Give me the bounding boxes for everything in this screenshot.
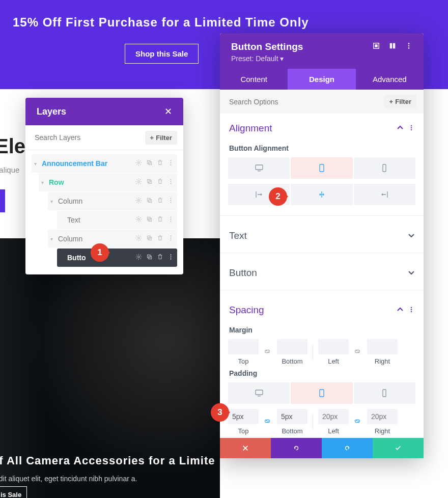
section-more-icon[interactable]: [408, 306, 414, 315]
layer-label: Announcement Bar: [39, 159, 135, 168]
tablet-device-button[interactable]: [291, 157, 352, 179]
tab-content[interactable]: Content: [220, 69, 288, 90]
margin-top-input[interactable]: [228, 339, 259, 354]
link-icon[interactable]: [264, 348, 272, 357]
duplicate-icon[interactable]: [146, 235, 153, 243]
svg-point-43: [411, 125, 412, 126]
padding-left-input[interactable]: [318, 409, 349, 424]
gear-icon[interactable]: [135, 254, 142, 262]
svg-point-51: [411, 309, 412, 310]
save-button[interactable]: [373, 438, 424, 458]
text-section-title[interactable]: Text: [229, 230, 247, 241]
columns-icon[interactable]: [389, 42, 396, 51]
duplicate-icon[interactable]: [146, 159, 153, 168]
margin-right-input[interactable]: [367, 339, 398, 354]
link-icon[interactable]: [354, 348, 362, 357]
settings-filter-button[interactable]: +Filter: [384, 95, 416, 108]
layer-item[interactable]: Butto: [57, 248, 177, 267]
close-icon[interactable]: ✕: [164, 106, 172, 117]
trash-icon[interactable]: [157, 159, 163, 168]
layer-item[interactable]: ▾Column: [48, 230, 177, 248]
layers-filter-button[interactable]: +Filter: [145, 131, 177, 145]
expand-icon[interactable]: [408, 268, 414, 278]
expand-icon[interactable]: [373, 42, 380, 51]
more-icon[interactable]: [167, 216, 174, 224]
trash-icon[interactable]: [157, 178, 163, 186]
padding-desktop-button[interactable]: [228, 382, 290, 404]
duplicate-icon[interactable]: [146, 178, 153, 186]
padding-phone-button[interactable]: [354, 382, 415, 404]
collapse-icon[interactable]: [397, 306, 403, 315]
svg-rect-54: [258, 396, 261, 396]
toggle-icon[interactable]: ▾: [48, 199, 55, 204]
layer-label: Text: [64, 216, 135, 224]
margin-left-input[interactable]: [318, 339, 349, 354]
align-right-button[interactable]: [354, 184, 415, 205]
more-icon[interactable]: [167, 178, 174, 186]
svg-point-21: [170, 216, 171, 217]
layers-search-input[interactable]: [32, 130, 142, 145]
svg-point-9: [170, 179, 171, 180]
layer-item[interactable]: ▾Announcement Bar: [32, 154, 177, 173]
svg-point-27: [170, 235, 171, 236]
align-center-button[interactable]: [291, 184, 352, 205]
more-icon[interactable]: [167, 254, 174, 262]
padding-bottom-input[interactable]: [277, 409, 307, 424]
trash-icon[interactable]: [157, 216, 163, 224]
padding-tablet-button[interactable]: [291, 382, 352, 404]
svg-point-23: [170, 221, 171, 222]
svg-rect-55: [320, 390, 324, 397]
trash-icon[interactable]: [157, 235, 163, 243]
duplicate-icon[interactable]: [146, 197, 153, 205]
margin-bottom-input[interactable]: [277, 339, 307, 354]
link-icon[interactable]: [264, 418, 272, 427]
spacing-section-title[interactable]: Spacing: [229, 305, 264, 316]
toggle-icon[interactable]: ▾: [32, 161, 39, 167]
more-icon[interactable]: [167, 235, 174, 243]
camera-sale-button[interactable]: is Sale: [0, 486, 27, 498]
phone-device-button[interactable]: [354, 157, 415, 179]
duplicate-icon[interactable]: [146, 216, 153, 224]
preset-selector[interactable]: Preset: Default ▾: [231, 54, 412, 63]
svg-rect-56: [383, 390, 386, 397]
settings-title: Button Settings: [231, 41, 303, 52]
gear-icon[interactable]: [135, 235, 142, 243]
gear-icon[interactable]: [135, 178, 142, 186]
alignment-section-title[interactable]: Alignment: [229, 123, 272, 134]
more-icon[interactable]: [167, 159, 174, 168]
banner-shop-button[interactable]: Shop this Sale: [125, 44, 199, 64]
svg-rect-39: [393, 43, 395, 49]
svg-point-29: [170, 240, 171, 241]
cancel-button[interactable]: [220, 438, 271, 458]
trash-icon[interactable]: [157, 254, 163, 262]
hero-shop-button[interactable]: w: [0, 189, 5, 212]
layer-item[interactable]: ▾Row: [39, 173, 177, 191]
trash-icon[interactable]: [157, 197, 163, 205]
expand-icon[interactable]: [408, 231, 414, 240]
svg-point-10: [170, 181, 171, 182]
margin-label: Margin: [229, 326, 414, 334]
layer-item[interactable]: ▾Column: [48, 192, 177, 210]
collapse-icon[interactable]: [397, 124, 403, 133]
gear-icon[interactable]: [135, 216, 142, 224]
desktop-device-button[interactable]: [228, 157, 290, 179]
tab-design[interactable]: Design: [288, 69, 355, 90]
layer-item[interactable]: Text: [57, 211, 177, 229]
redo-button[interactable]: [322, 438, 373, 458]
link-icon[interactable]: [354, 418, 362, 427]
section-more-icon[interactable]: [408, 124, 414, 133]
svg-point-40: [408, 43, 410, 44]
gear-icon[interactable]: [135, 159, 142, 168]
undo-button[interactable]: [271, 438, 322, 458]
toggle-icon[interactable]: ▾: [39, 180, 46, 185]
duplicate-icon[interactable]: [146, 254, 153, 262]
padding-right-input[interactable]: [367, 409, 398, 424]
button-section-title[interactable]: Button: [229, 267, 257, 279]
tab-advanced[interactable]: Advanced: [356, 69, 424, 90]
more-icon[interactable]: [405, 42, 412, 51]
svg-rect-53: [256, 390, 263, 395]
toggle-icon[interactable]: ▾: [48, 236, 55, 242]
gear-icon[interactable]: [135, 197, 142, 205]
settings-search-input[interactable]: [227, 96, 384, 108]
more-icon[interactable]: [167, 197, 174, 205]
